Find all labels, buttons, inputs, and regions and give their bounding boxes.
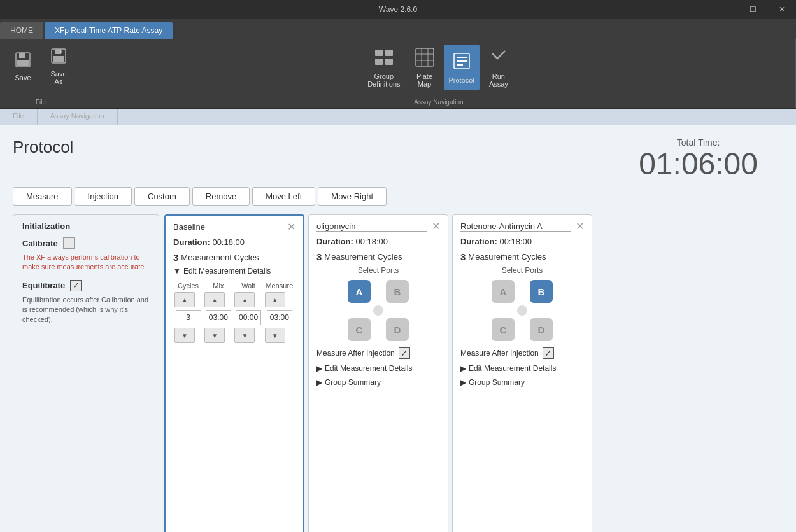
oligomycin-name-input[interactable] [316, 221, 427, 232]
port-b-button[interactable]: B [386, 280, 409, 303]
wait-up-button[interactable]: ▲ [234, 292, 255, 307]
ribbon: Save + SaveAs File [0, 39, 796, 109]
rotenone-port-a-button[interactable]: A [492, 280, 515, 303]
rotenone-measure-after-checkbox[interactable]: ✓ [543, 347, 554, 359]
rotenone-group-summary[interactable]: ▶ Group Summary [460, 378, 584, 387]
rotenone-ports-grid: A B C D [490, 279, 554, 342]
move-right-button[interactable]: Move Right [318, 187, 387, 206]
svg-text:+: + [60, 50, 62, 54]
oligomycin-duration: Duration: 00:18:00 [316, 237, 440, 246]
protocol-header: Protocol Total Time: 01:06:00 [13, 137, 783, 179]
measure-button[interactable]: Measure [13, 187, 72, 206]
port-d-button[interactable]: D [386, 318, 409, 341]
measurement-table: Cycles Mix Wait Measure ▲ ▲ ▲ ▲ 3 [173, 281, 295, 344]
edit-measurement-label: Edit Measurement Details [183, 267, 271, 276]
rotenone-port-b-button[interactable]: B [530, 280, 553, 303]
baseline-card: ✕ Duration: 00:18:00 3 Measurement Cycle… [164, 214, 304, 532]
rotenone-collapse-arrow: ▶ [460, 364, 466, 373]
rotenone-ports-label: Select Ports [460, 266, 584, 275]
plate-map-button[interactable]: PlateMap [408, 45, 441, 90]
tab-home[interactable]: HOME [0, 22, 43, 39]
maximize-button[interactable]: ☐ [739, 0, 767, 19]
svg-rect-2 [17, 60, 29, 66]
move-left-button[interactable]: Move Left [252, 187, 315, 206]
custom-button[interactable]: Custom [134, 187, 190, 206]
mix-up-button[interactable]: ▲ [204, 292, 225, 307]
cycles-header: Cycles [173, 281, 203, 291]
run-assay-button[interactable]: RunAssay [482, 45, 515, 90]
oligomycin-card-header: ✕ [316, 221, 440, 232]
svg-rect-11 [416, 48, 434, 66]
oligo-group-arrow: ▶ [316, 378, 322, 387]
group-definitions-button[interactable]: GroupDefinitions [362, 45, 405, 90]
equilibrate-desc: Equilibration occurs after Calibration a… [22, 295, 150, 325]
assay-nav-buttons: GroupDefinitions PlateMap [362, 45, 515, 90]
equilibrate-checkbox[interactable]: ✓ [70, 280, 82, 291]
mix-down-button[interactable]: ▼ [204, 328, 225, 343]
svg-rect-7 [375, 50, 383, 56]
calibrate-checkbox[interactable] [63, 237, 75, 249]
oligomycin-duration-label: Duration: [316, 237, 353, 246]
run-assay-label: RunAssay [489, 73, 508, 88]
oligo-collapse-arrow: ▶ [316, 364, 322, 373]
cycles-down-button[interactable]: ▼ [174, 328, 195, 343]
rotenone-measure-after: Measure After Injection ✓ [460, 347, 584, 359]
oligomycin-cycles-num: 3 [316, 251, 322, 262]
baseline-name-input[interactable] [173, 222, 283, 232]
save-as-button[interactable]: + SaveAs [42, 45, 75, 88]
rotenone-duration-value: 00:18:00 [499, 237, 532, 246]
svg-rect-10 [385, 59, 393, 65]
save-icon [14, 51, 32, 71]
rotenone-port-d-button[interactable]: D [530, 318, 553, 341]
port-a-button[interactable]: A [348, 280, 371, 303]
oligomycin-ports-grid: A B C D [346, 279, 410, 342]
baseline-cycles-label: Measurement Cycles [181, 253, 259, 262]
rotenone-name-input[interactable] [460, 221, 571, 232]
close-button[interactable]: ✕ [767, 0, 796, 19]
rotenone-edit-measurement[interactable]: ▶ Edit Measurement Details [460, 364, 584, 373]
minimize-button[interactable]: – [710, 0, 739, 19]
oligomycin-ports-label: Select Ports [316, 266, 440, 275]
plate-map-icon [415, 47, 435, 70]
oligomycin-measure-after-checkbox[interactable]: ✓ [399, 347, 410, 359]
port-center [373, 305, 383, 316]
assay-nav-group-label: Assay Navigation [414, 96, 463, 106]
columns-area: Initialization Calibrate The XF always p… [13, 214, 783, 532]
window-controls: – ☐ ✕ [710, 0, 796, 19]
remove-button[interactable]: Remove [192, 187, 250, 206]
port-c-button[interactable]: C [348, 318, 371, 341]
baseline-edit-measurement[interactable]: ▼ Edit Measurement Details [173, 267, 295, 276]
equilibrate-label: Equilibrate [22, 281, 65, 290]
oligomycin-duration-value: 00:18:00 [355, 237, 388, 246]
baseline-close-button[interactable]: ✕ [287, 222, 295, 232]
up-row: ▲ ▲ ▲ ▲ [173, 291, 295, 309]
total-time-value: 01:06:00 [639, 149, 758, 179]
baseline-duration-value: 00:18:00 [212, 237, 245, 247]
protocol-title: Protocol [13, 137, 73, 157]
rotenone-edit-label: Edit Measurement Details [469, 364, 556, 373]
oligo-edit-label: Edit Measurement Details [325, 364, 412, 373]
rotenone-card-header: ✕ [460, 221, 584, 232]
oligomycin-cycles-title: 3 Measurement Cycles [316, 251, 440, 262]
measure-header: Measure [264, 281, 295, 291]
oligomycin-edit-measurement[interactable]: ▶ Edit Measurement Details [316, 364, 440, 373]
svg-rect-5 [53, 56, 64, 62]
rotenone-close-button[interactable]: ✕ [576, 221, 584, 232]
file-group-label: File [36, 96, 46, 106]
rotenone-port-c-button[interactable]: C [492, 318, 515, 341]
oligomycin-measure-after-label: Measure After Injection [316, 349, 395, 358]
save-button[interactable]: Save [6, 45, 39, 88]
tab-xfp[interactable]: XFp Real-Time ATP Rate Assay [45, 22, 173, 39]
measure-down-button[interactable]: ▼ [265, 328, 285, 343]
section-label-bar: File Assay Navigation [0, 109, 796, 125]
wait-down-button[interactable]: ▼ [234, 328, 255, 343]
mix-header: Mix [203, 281, 233, 291]
injection-button[interactable]: Injection [75, 187, 132, 206]
cycles-up-button[interactable]: ▲ [174, 292, 195, 307]
protocol-button[interactable]: Protocol [444, 45, 480, 90]
oligomycin-group-summary[interactable]: ▶ Group Summary [316, 378, 440, 387]
rotenone-duration-label: Duration: [460, 237, 497, 246]
baseline-cycles-num: 3 [173, 252, 178, 263]
measure-up-button[interactable]: ▲ [265, 292, 285, 307]
oligomycin-close-button[interactable]: ✕ [432, 221, 440, 232]
